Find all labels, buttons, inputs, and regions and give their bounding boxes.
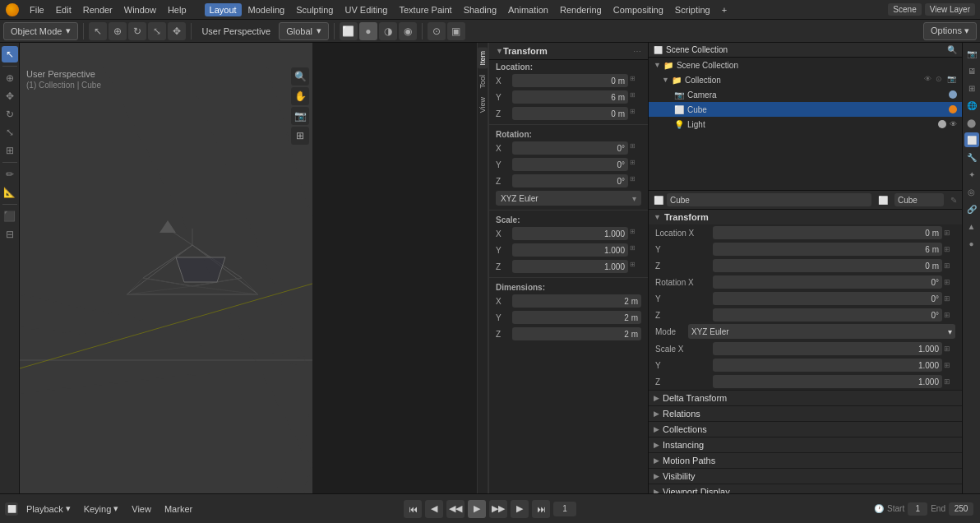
instancing-header[interactable]: ▶ Instancing: [649, 437, 962, 452]
prop-loc-x-copy[interactable]: ⊞: [944, 229, 955, 237]
transform-selector[interactable]: Global: [279, 22, 329, 40]
mode-selector[interactable]: Object Mode: [3, 22, 78, 40]
solid-icon[interactable]: ●: [359, 22, 377, 40]
location-z-copy[interactable]: ⊞: [630, 108, 641, 119]
prop-loc-x-input[interactable]: [713, 226, 942, 239]
workspace-scripting[interactable]: Scripting: [670, 3, 715, 16]
scale-tool-icon[interactable]: ⤡: [148, 22, 166, 40]
light-render-icon[interactable]: 👁: [950, 120, 957, 128]
add-other-tool[interactable]: ⊟: [2, 226, 18, 243]
prop-scale-y-copy[interactable]: ⊞: [944, 361, 955, 369]
collection-vis-eye[interactable]: 👁: [924, 75, 934, 85]
location-x-input[interactable]: [512, 74, 628, 87]
outliner-filter-icon[interactable]: 🔍: [947, 45, 957, 54]
viewport-content[interactable]: User Perspective (1) Collection | Cube ⊕…: [20, 64, 312, 493]
collection-vis-sel[interactable]: ⊙: [936, 75, 945, 85]
location-y-copy[interactable]: ⊞: [630, 91, 641, 103]
window-menu[interactable]: Window: [119, 3, 161, 16]
options-button[interactable]: Options ▾: [923, 22, 977, 40]
scale-z-input[interactable]: [512, 260, 628, 273]
props-tab-particles[interactable]: ✦: [964, 167, 979, 182]
dim-x-input[interactable]: [512, 294, 641, 308]
skip-end-button[interactable]: ⏭: [532, 500, 550, 518]
scale-y-copy[interactable]: ⊞: [630, 244, 641, 256]
prop-rot-y-copy[interactable]: ⊞: [944, 294, 955, 303]
object-name-input[interactable]: [667, 193, 871, 206]
props-tab-material[interactable]: ●: [964, 236, 979, 251]
prop-rot-y-input[interactable]: [713, 292, 942, 305]
rendered-icon[interactable]: ◉: [399, 22, 417, 40]
props-tab-data[interactable]: ▲: [964, 219, 979, 234]
location-y-input[interactable]: [512, 90, 628, 104]
add-cube-tool[interactable]: ⬛: [2, 208, 18, 224]
marker-button[interactable]: Marker: [159, 502, 197, 516]
viewport-3d[interactable]: User Perspective (1) Collection | Cube ⊕…: [20, 43, 312, 493]
prop-loc-z-input[interactable]: [713, 259, 942, 272]
prop-scale-z-copy[interactable]: ⊞: [944, 377, 955, 386]
cursor-tool-icon[interactable]: ↖: [89, 22, 107, 40]
n-tab-item[interactable]: Item: [478, 48, 488, 69]
workspace-texture-paint[interactable]: Texture Paint: [394, 3, 456, 16]
location-z-input[interactable]: [512, 107, 628, 120]
view-button[interactable]: View: [127, 502, 156, 516]
dim-y-input[interactable]: [512, 311, 641, 324]
props-tab-scene[interactable]: 🌐: [964, 98, 979, 113]
prop-rot-x-input[interactable]: [713, 275, 942, 289]
prop-loc-y-input[interactable]: [713, 243, 942, 256]
workspace-add[interactable]: +: [717, 3, 732, 16]
workspace-animation[interactable]: Animation: [503, 3, 553, 16]
prop-scale-z-input[interactable]: [713, 375, 942, 388]
outliner-collection[interactable]: ▼ 📁 Collection 👁 ⊙ 📷: [649, 72, 962, 87]
outliner-camera[interactable]: 📷 Camera: [649, 87, 962, 102]
prop-rot-z-copy[interactable]: ⊞: [944, 311, 955, 319]
mode-indicator[interactable]: ⬜: [5, 502, 18, 516]
data-name-input[interactable]: [894, 193, 944, 206]
scale-z-copy[interactable]: ⊞: [630, 261, 641, 272]
current-frame-display[interactable]: 1: [553, 502, 576, 516]
outliner-cube[interactable]: ⬜ Cube: [649, 102, 962, 117]
view-layer-selector[interactable]: View Layer: [925, 3, 975, 16]
rotation-x-input[interactable]: [512, 141, 628, 155]
transform-tool-icon[interactable]: ✥: [168, 22, 186, 40]
workspace-uv-editing[interactable]: UV Editing: [340, 3, 392, 16]
scale-x-copy[interactable]: ⊞: [630, 228, 641, 239]
viewport-tool-4[interactable]: ⊞: [291, 127, 309, 145]
play-button[interactable]: ▶: [468, 500, 486, 518]
file-menu[interactable]: File: [25, 3, 49, 16]
wireframe-icon[interactable]: ⬜: [340, 22, 358, 40]
render-menu[interactable]: Render: [78, 3, 118, 16]
scale-tool[interactable]: ⤡: [2, 124, 18, 141]
delta-transform-header[interactable]: ▶ Delta Transform: [649, 391, 962, 405]
workspace-modeling[interactable]: Modeling: [243, 3, 290, 16]
visibility-header[interactable]: ▶ Visibility: [649, 469, 962, 484]
view-menu[interactable]: User Perspective: [196, 25, 275, 38]
rotation-y-copy[interactable]: ⊞: [630, 159, 641, 170]
edit-menu[interactable]: Edit: [51, 3, 76, 16]
workspace-shading[interactable]: Shading: [459, 3, 502, 16]
outliner-light[interactable]: 💡 Light 👁: [649, 117, 962, 132]
workspace-layout[interactable]: Layout: [205, 3, 242, 16]
skip-start-button[interactable]: ⏮: [404, 500, 422, 518]
euler-selector[interactable]: XYZ Euler ▾: [496, 191, 641, 206]
prop-mode-select[interactable]: XYZ Euler ▾: [688, 324, 955, 339]
rotate-tool[interactable]: ↻: [2, 106, 18, 123]
material-icon[interactable]: ◑: [379, 22, 397, 40]
rotation-z-input[interactable]: [512, 174, 628, 187]
transform-prop-header[interactable]: ▼ Transform: [649, 210, 962, 224]
rotate-tool-icon[interactable]: ↻: [128, 22, 146, 40]
xray-icon[interactable]: ▣: [447, 22, 465, 40]
props-tab-modifiers[interactable]: 🔧: [964, 150, 979, 164]
viewport-tool-2[interactable]: ✋: [291, 87, 309, 105]
move-tool[interactable]: ✥: [2, 88, 18, 104]
viewport-display-header[interactable]: ▶ Viewport Display: [649, 484, 962, 493]
rotation-z-copy[interactable]: ⊞: [630, 175, 641, 187]
prop-rot-z-input[interactable]: [713, 308, 942, 322]
prop-loc-z-copy[interactable]: ⊞: [944, 262, 955, 270]
location-x-copy[interactable]: ⊞: [630, 75, 641, 86]
workspace-sculpting[interactable]: Sculpting: [291, 3, 338, 16]
props-tab-output[interactable]: 🖥: [964, 63, 979, 78]
workspace-rendering[interactable]: Rendering: [555, 3, 607, 16]
viewport-tool-1[interactable]: 🔍: [291, 67, 309, 86]
play-back-button[interactable]: ◀◀: [446, 500, 465, 518]
n-tab-view[interactable]: View: [478, 94, 488, 116]
